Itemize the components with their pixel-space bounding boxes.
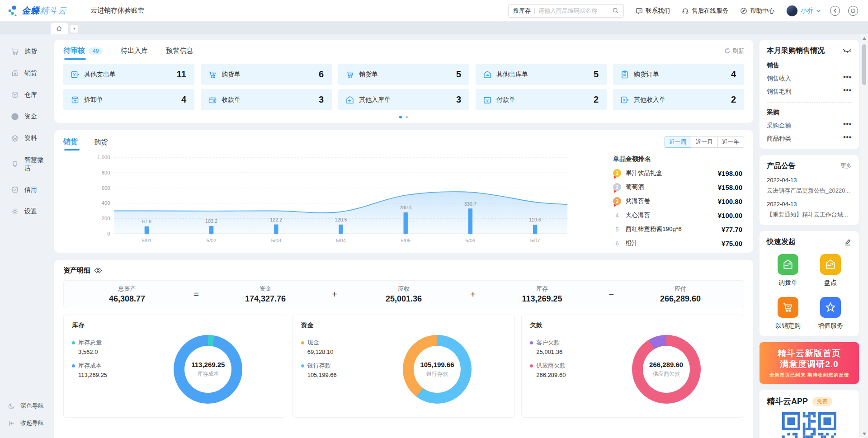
todo-card-receipt[interactable]: 收款单 3	[201, 89, 332, 110]
eye-closed-icon[interactable]	[843, 48, 852, 54]
carousel-dot-1[interactable]	[399, 116, 402, 118]
sidebar-item-purchase[interactable]: 购货	[0, 41, 44, 62]
carousel-dot-2[interactable]	[406, 116, 408, 118]
help-center-link[interactable]: 帮助中心	[740, 7, 774, 15]
rank-amount: ¥198.00	[713, 170, 742, 177]
announcement-link[interactable]: 【重要通知】精斗云工作台域...	[767, 211, 852, 219]
quick-transfer-order[interactable]: 调拨单	[778, 254, 798, 287]
topbar: 金蝶精斗云 云进销存体验账套 搜库存 联系我们 售后在线服务	[0, 0, 868, 22]
user-menu[interactable]: 小乔	[786, 5, 821, 17]
todo-card-disassembly[interactable]: 拆卸单 4	[63, 89, 194, 110]
survey-banner[interactable]: 精斗云新版首页 满意度调研2.0 全新首页已到来 期待收到您的反馈	[760, 342, 859, 384]
eye-open-icon[interactable]	[94, 268, 102, 273]
sidebar-item-data[interactable]: 资料	[0, 127, 44, 149]
home-tab[interactable]	[51, 23, 68, 34]
inventory-donut-chart[interactable]: 113,269.25 库存成本	[174, 335, 242, 404]
collapse-nav-button[interactable]: 收起导航	[0, 414, 44, 432]
search-icon[interactable]	[612, 7, 619, 14]
tab-list-dropdown[interactable]: ▼	[71, 25, 78, 33]
todo-card-payment[interactable]: ¥ 付款单 2	[476, 89, 607, 110]
dark-nav-toggle[interactable]: 深色导航	[0, 397, 44, 414]
scrollbar-up-arrow[interactable]	[863, 37, 866, 40]
back-button[interactable]	[830, 6, 840, 16]
quick-value-added-services[interactable]: 增值服务	[818, 297, 843, 330]
legend-value: 3,562.0	[78, 349, 139, 355]
carousel-dots	[63, 116, 744, 118]
scrollbar-thumb[interactable]	[862, 44, 866, 85]
todo-panel: 待审核 49 待出入库 预警信息 刷新 ¥ 其他支出单 11	[54, 40, 753, 123]
formula-label: 总资产	[118, 285, 136, 293]
sidebar-item-funds[interactable]: ¥ 资金	[0, 106, 44, 127]
page-tabstrip: ▼	[0, 22, 868, 34]
todo-card-label: 其他支出单	[84, 71, 116, 79]
todo-card-other-inbound[interactable]: 其他入库单 3	[338, 89, 469, 110]
sidebar-item-smart-store[interactable]: 智慧微店	[0, 149, 44, 179]
sidebar-item-warehouse[interactable]: 仓库	[0, 84, 44, 106]
range-month-button[interactable]: 近一月	[691, 137, 718, 148]
funds-donut-chart[interactable]: 105,199.66 银行存款	[403, 335, 472, 404]
todo-card-other-expense[interactable]: ¥ 其他支出单 11	[63, 64, 194, 85]
formula-operator: +	[329, 289, 340, 300]
after-sales-service-link[interactable]: 售后在线服务	[682, 7, 728, 15]
collapse-nav-label: 收起导航	[20, 419, 44, 427]
todo-card-count: 11	[177, 69, 186, 80]
tab-warning-info[interactable]: 预警信息	[166, 47, 193, 55]
quick-stocktake[interactable]: 盘点	[820, 254, 841, 287]
svg-text:5/02: 5/02	[207, 238, 217, 243]
announcements-more-link[interactable]: 更多	[840, 162, 852, 170]
formula-operator: =	[190, 289, 202, 300]
legend-dot	[72, 364, 75, 367]
sidebar-item-sales[interactable]: 销货	[0, 62, 44, 84]
cart-icon	[782, 301, 794, 313]
refresh-button[interactable]: 刷新	[724, 47, 744, 55]
search-category[interactable]: 搜库存	[513, 7, 531, 15]
sales-group-header: 销售	[767, 61, 852, 70]
avatar[interactable]	[786, 5, 798, 17]
app-logo[interactable]: 金蝶精斗云	[8, 5, 67, 17]
formula-receivable: 应收 25,001.36	[340, 285, 467, 304]
tab-purchase-trend[interactable]: 购货	[94, 138, 108, 146]
sidebar-item-credit[interactable]: 信用	[0, 179, 44, 201]
inventory-card-title: 库存	[72, 321, 278, 330]
range-year-button[interactable]: 近一年	[717, 137, 745, 148]
ranking-row[interactable]: 6 橙汁 ¥75.00	[613, 239, 742, 247]
refresh-label: 刷新	[732, 47, 744, 55]
todo-card-other-income[interactable]: ¥ 其他收入单 2	[613, 89, 744, 110]
svg-text:122.2: 122.2	[270, 217, 282, 222]
tab-sales-trend[interactable]: 销货	[63, 137, 78, 147]
ranking-row[interactable]: 1 果汁饮品礼盒 ¥198.00	[613, 169, 742, 177]
sidebar-item-label: 销货	[24, 69, 37, 77]
search-box[interactable]: 搜库存	[508, 4, 624, 18]
legend-dot	[72, 341, 75, 344]
star-icon	[825, 301, 836, 313]
contact-us-link[interactable]: 联系我们	[636, 7, 670, 15]
quick-label: 增值服务	[818, 322, 843, 330]
sidebar-item-label: 信用	[24, 186, 37, 194]
ranking-row[interactable]: 2 葡萄酒 ¥158.00	[613, 183, 742, 191]
scrollbar-down-arrow[interactable]	[863, 433, 866, 435]
todo-card-count: 4	[181, 94, 186, 105]
debt-donut-chart[interactable]: 266,289.60 供应商欠款	[632, 335, 701, 404]
todo-card-sales-order[interactable]: 销货单 5	[338, 64, 469, 85]
tab-pending-inout[interactable]: 待出入库	[121, 47, 148, 55]
todo-card-purchase-order-form[interactable]: 购货订单 4	[613, 64, 744, 85]
edit-pencil-icon[interactable]	[844, 238, 852, 246]
announcement-link[interactable]: 云进销存产品更新公告_20220...	[767, 187, 852, 195]
tab-pending-review[interactable]: 待审核 49	[63, 46, 103, 56]
logout-button[interactable]	[848, 6, 858, 16]
search-input[interactable]	[538, 7, 612, 14]
todo-card-count: 3	[319, 94, 324, 105]
todo-card-other-outbound[interactable]: 其他出库单 5	[476, 64, 607, 85]
rank-name: 烤海苔卷	[626, 197, 650, 205]
range-week-button[interactable]: 近一周	[665, 137, 692, 148]
quick-purchase-by-sales[interactable]: 以销定购	[775, 297, 801, 330]
page-scrollbar[interactable]	[860, 34, 868, 438]
product-ranking: 单品金额排名 1 果汁饮品礼盒 ¥198.00 2 葡萄酒 ¥158.00 3 …	[605, 152, 744, 249]
todo-card-purchase-order[interactable]: 购货单 6	[201, 64, 332, 85]
todo-card-count: 5	[594, 69, 599, 80]
sidebar-item-settings[interactable]: 设置	[0, 201, 44, 222]
ranking-row[interactable]: 5 西红柿意粉酱190g*6 ¥77.70	[613, 225, 742, 233]
ranking-row[interactable]: 3 烤海苔卷 ¥100.80	[613, 197, 742, 205]
ranking-row[interactable]: 4 夹心海苔 ¥100.00	[613, 211, 742, 219]
logo-brand: 金蝶	[22, 6, 40, 15]
